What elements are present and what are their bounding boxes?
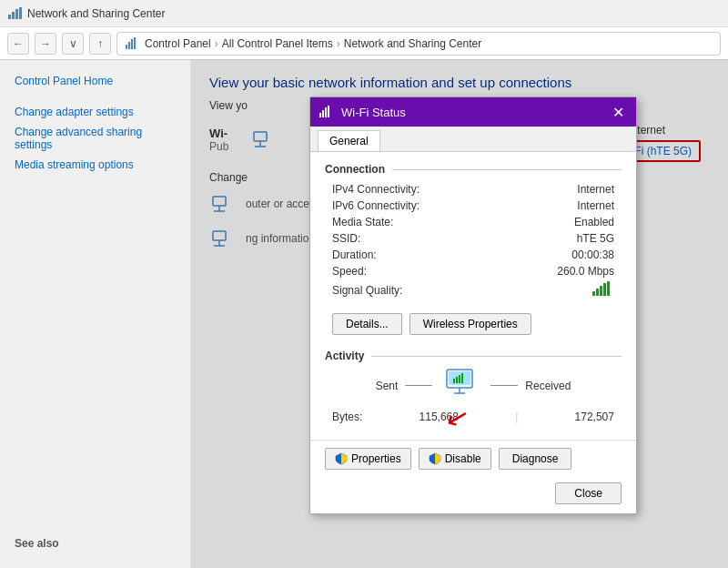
media-state-row: Media State: Enabled [325, 214, 622, 230]
svg-rect-1 [12, 12, 15, 19]
ipv4-row: IPv4 Connectivity: Internet [325, 181, 622, 198]
speed-value: 260.0 Mbps [557, 265, 614, 278]
ipv6-value: Internet [577, 199, 614, 212]
tab-general[interactable]: General [318, 130, 380, 151]
duration-row: Duration: 00:00:38 [325, 247, 622, 263]
svg-rect-25 [592, 291, 595, 296]
ssid-label: SSID: [332, 232, 360, 245]
svg-rect-5 [128, 42, 130, 49]
duration-value: 00:00:38 [571, 248, 614, 261]
disable-button-label: Disable [445, 452, 481, 465]
wireless-properties-button[interactable]: Wireless Properties [410, 313, 531, 335]
dialog-wifi-icon [319, 106, 334, 118]
disable-button[interactable]: Disable [419, 448, 491, 470]
title-bar-text: Network and Sharing Center [27, 7, 165, 20]
sidebar-section: Control Panel Home [0, 71, 190, 91]
bytes-label: Bytes: [332, 411, 362, 423]
speed-row: Speed: 260.0 Mbps [325, 263, 622, 279]
path-sep-1: › [215, 37, 218, 50]
received-label: Received [525, 380, 571, 392]
down-button[interactable]: ∨ [62, 33, 84, 55]
diagnose-button[interactable]: Diagnose [499, 448, 572, 470]
svg-rect-4 [126, 45, 127, 49]
computer-network-icon [440, 368, 483, 403]
svg-rect-29 [607, 281, 610, 296]
sidebar: Control Panel Home Change adapter settin… [0, 60, 191, 568]
details-button[interactable]: Details... [332, 313, 402, 335]
svg-rect-6 [131, 39, 133, 49]
dialog-title-left: Wi-Fi Status [319, 106, 406, 119]
dialog-overlay: Wi-Fi Status ✕ General Connection IPv4 C… [191, 60, 728, 568]
svg-rect-7 [134, 37, 136, 49]
svg-rect-28 [603, 283, 606, 296]
sidebar-item-control-panel-home[interactable]: Control Panel Home [0, 71, 190, 91]
svg-rect-3 [19, 7, 22, 19]
dialog-title-text: Wi-Fi Status [341, 106, 406, 119]
dialog-titlebar: Wi-Fi Status ✕ [310, 97, 636, 127]
sent-label: Sent [376, 380, 399, 392]
activity-row: Sent [325, 368, 622, 403]
sidebar-item-media-streaming[interactable]: Media streaming options [0, 155, 190, 175]
bytes-row: Bytes: 115,668 | 172,507 [325, 409, 622, 425]
address-path[interactable]: Control Panel › All Control Panel Items … [116, 32, 721, 56]
wifi-status-dialog: Wi-Fi Status ✕ General Connection IPv4 C… [309, 96, 637, 514]
svg-rect-22 [322, 110, 324, 117]
ssid-value: hTE 5G [577, 232, 614, 245]
ipv4-value: Internet [577, 183, 614, 196]
signal-quality-icon [592, 281, 614, 299]
close-row: Close [310, 477, 636, 513]
address-bar: ← → ∨ ↑ Control Panel › All Control Pane… [0, 27, 728, 60]
dialog-action-btns: Details... Wireless Properties [325, 309, 622, 344]
dialog-close-x-button[interactable]: ✕ [609, 103, 627, 121]
title-bar: Network and Sharing Center [0, 0, 728, 27]
up-button[interactable]: ↑ [89, 33, 111, 55]
sent-line [405, 385, 432, 386]
signal-label: Signal Quality: [332, 284, 402, 297]
svg-rect-21 [319, 113, 321, 117]
media-state-label: Media State: [332, 216, 393, 228]
sidebar-item-advanced-sharing[interactable]: Change advanced sharing settings [0, 122, 190, 155]
properties-shield-icon [335, 452, 348, 465]
bytes-received-value: 172,507 [575, 411, 614, 423]
speed-label: Speed: [332, 265, 367, 278]
received-line [490, 385, 518, 386]
svg-rect-0 [8, 15, 11, 19]
activity-section: Activity Sent [325, 350, 622, 425]
dialog-tabs: General [310, 127, 636, 152]
ipv6-label: IPv6 Connectivity: [332, 199, 420, 212]
sidebar-item-adapter-settings[interactable]: Change adapter settings [0, 102, 190, 122]
back-button[interactable]: ← [7, 33, 29, 55]
duration-label: Duration: [332, 248, 377, 261]
activity-section-header: Activity [325, 350, 622, 362]
svg-rect-23 [325, 107, 327, 117]
bottom-btn-row: Properties Disable Diagnose [310, 440, 636, 477]
ipv4-label: IPv4 Connectivity: [332, 183, 420, 196]
close-button[interactable]: Close [555, 482, 622, 504]
dialog-body: Connection IPv4 Connectivity: Internet I… [310, 152, 636, 436]
path-sep-2: › [337, 37, 340, 50]
disable-shield-icon [429, 452, 441, 465]
ipv6-row: IPv6 Connectivity: Internet [325, 198, 622, 214]
properties-button-label: Properties [351, 452, 401, 465]
title-bar-network-icon [7, 6, 22, 21]
properties-button[interactable]: Properties [325, 448, 411, 470]
forward-button[interactable]: → [35, 33, 56, 55]
svg-rect-33 [456, 377, 458, 383]
svg-rect-32 [453, 379, 455, 383]
svg-rect-35 [461, 373, 463, 383]
main-layout: Control Panel Home Change adapter settin… [0, 60, 728, 568]
connection-section-header: Connection [325, 163, 622, 176]
media-state-value: Enabled [574, 216, 614, 228]
path-all-items: All Control Panel Items [222, 37, 333, 50]
ssid-row: SSID: hTE 5G [325, 230, 622, 247]
svg-rect-27 [600, 286, 602, 296]
svg-rect-34 [459, 375, 460, 383]
sidebar-section-links: Change adapter settings Change advanced … [0, 102, 190, 175]
content-area: View your basic network information and … [191, 60, 728, 568]
sidebar-see-also: See also [15, 537, 59, 550]
svg-rect-26 [596, 289, 599, 296]
signal-row: Signal Quality: [325, 279, 622, 300]
info-table: IPv4 Connectivity: Internet IPv6 Connect… [325, 181, 622, 300]
path-network: Network and Sharing Center [344, 37, 481, 50]
path-control-panel: Control Panel [145, 37, 211, 50]
